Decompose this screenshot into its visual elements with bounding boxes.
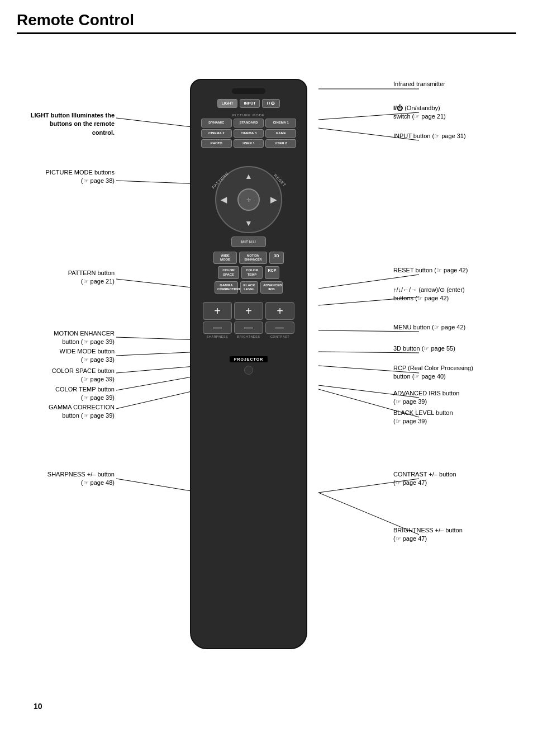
plus-minus-section: + + + — SHARPNESS — BR bbox=[191, 294, 306, 338]
picture-mode-grid-row1: DYNAMIC STANDARD CINEMA 1 bbox=[201, 119, 296, 127]
minus-row: — SHARPNESS — BRIGHTNESS — CONTRAST bbox=[196, 322, 302, 338]
nav-left-arrow[interactable]: ◀ bbox=[221, 195, 227, 204]
annotation-light: LIGHT button Illuminates the buttons on … bbox=[28, 111, 115, 137]
gamma-correction-button[interactable]: GAMMACORRECTION bbox=[215, 281, 238, 294]
input-button[interactable]: INPUT bbox=[240, 99, 260, 108]
projector-section: PROJECTOR bbox=[191, 339, 306, 383]
cinema1-button[interactable]: CINEMA 1 bbox=[265, 119, 296, 127]
nav-section: PATTERN RESET ▲ ▼ ◀ ▶ ✛ bbox=[191, 166, 306, 233]
annotation-menu: MENU button (☞ page 42) bbox=[393, 323, 505, 332]
page-title: Remote Control bbox=[17, 11, 516, 34]
annotation-pattern: PATTERN button(☞ page 21) bbox=[28, 269, 115, 286]
annotation-rcp: RCP (Real Color Processing)button (☞ pag… bbox=[393, 364, 505, 381]
mid-buttons-section: WIDEMODE MOTIONENHANCER 3D COLORSPACE CO… bbox=[191, 247, 306, 294]
power-button[interactable]: I / ⏻ bbox=[262, 99, 280, 108]
remote-control-body: LIGHT INPUT I / ⏻ PICTURE MODE DYNAMIC S… bbox=[190, 79, 307, 649]
contrast-minus-col: — CONTRAST bbox=[265, 322, 294, 338]
mid-row-1: WIDEMODE MOTIONENHANCER 3D bbox=[196, 252, 302, 264]
svg-line-0 bbox=[116, 118, 201, 128]
nav-enter-button[interactable]: ✛ bbox=[237, 188, 260, 211]
svg-line-4 bbox=[116, 352, 201, 356]
user2-button[interactable]: USER 2 bbox=[265, 139, 296, 148]
picture-mode-grid-row3: PHOTO USER 1 USER 2 bbox=[201, 139, 296, 148]
annotation-input: INPUT button (☞ page 31) bbox=[393, 132, 505, 140]
annotation-3d: 3D button (☞ page 55) bbox=[393, 344, 505, 353]
sharpness-plus-button[interactable]: + bbox=[203, 302, 232, 320]
nav-down-arrow[interactable]: ▼ bbox=[245, 219, 253, 228]
3d-button[interactable]: 3D bbox=[269, 252, 284, 264]
rcp-button[interactable]: RCP bbox=[265, 266, 279, 278]
wide-mode-button[interactable]: WIDEMODE bbox=[213, 252, 237, 264]
pattern-label: PATTERN bbox=[211, 171, 229, 189]
contrast-plus-button[interactable]: + bbox=[265, 302, 294, 320]
contrast-minus-button[interactable]: — bbox=[265, 322, 294, 334]
contrast-col: + bbox=[265, 302, 294, 320]
mid-row-3: GAMMACORRECTION BLACKLEVEL ADVANCEDIRIS bbox=[196, 281, 302, 294]
sharpness-label: SHARPNESS bbox=[207, 335, 228, 338]
annotation-arrow: ↑/↓/←/→ (arrow)/⊙ (enter)buttons (☞ page… bbox=[393, 286, 505, 303]
page-number: 10 bbox=[34, 702, 42, 711]
sharpness-minus-col: — SHARPNESS bbox=[203, 322, 232, 338]
annotation-picture-mode: PICTURE MODE buttons(☞ page 38) bbox=[28, 168, 115, 186]
remote-top-section: LIGHT INPUT I / ⏻ PICTURE MODE DYNAMIC S… bbox=[191, 80, 306, 152]
annotation-gamma: GAMMA CORRECTIONbutton (☞ page 39) bbox=[28, 403, 115, 420]
nav-circle[interactable]: PATTERN RESET ▲ ▼ ◀ ▶ ✛ bbox=[215, 166, 282, 233]
color-space-button[interactable]: COLORSPACE bbox=[218, 266, 239, 278]
plus-row: + + + bbox=[196, 302, 302, 320]
svg-line-7 bbox=[116, 389, 201, 409]
annotation-black-level: BLACK LEVEL button(☞ page 39) bbox=[393, 409, 505, 426]
annotation-power: I/⏻ (On/standby)switch (☞ page 21) bbox=[393, 104, 505, 121]
svg-line-3 bbox=[116, 337, 201, 340]
brightness-minus-col: — BRIGHTNESS bbox=[234, 322, 263, 338]
sharpness-col: + bbox=[203, 302, 232, 320]
svg-line-6 bbox=[116, 375, 201, 390]
projector-badge: PROJECTOR bbox=[230, 356, 268, 362]
picture-mode-section: PICTURE MODE DYNAMIC STANDARD CINEMA 1 C… bbox=[197, 114, 301, 148]
mid-row-2: COLORSPACE COLORTEMP RCP bbox=[196, 266, 302, 278]
cinema3-button[interactable]: CINEMA 3 bbox=[234, 129, 264, 138]
nav-up-arrow[interactable]: ▲ bbox=[245, 172, 253, 181]
annotation-advanced-iris: ADVANCED IRIS button(☞ page 39) bbox=[393, 389, 505, 407]
annotation-wide-mode: WIDE MODE button(☞ page 33) bbox=[28, 347, 115, 365]
annotation-reset: RESET button (☞ page 42) bbox=[393, 266, 505, 275]
menu-button[interactable]: MENU bbox=[231, 237, 266, 247]
svg-line-5 bbox=[116, 366, 201, 373]
brightness-label: BRIGHTNESS bbox=[237, 335, 260, 338]
nav-right-arrow[interactable]: ▶ bbox=[270, 195, 277, 204]
reset-label: RESET bbox=[273, 173, 287, 187]
annotation-motion-enhancer: MOTION ENHANCERbutton (☞ page 39) bbox=[28, 329, 115, 347]
photo-button[interactable]: PHOTO bbox=[201, 139, 232, 148]
color-temp-button[interactable]: COLORTEMP bbox=[241, 266, 263, 278]
user1-button[interactable]: USER 1 bbox=[234, 139, 264, 148]
picture-mode-grid-row2: CINEMA 2 CINEMA 3 GAME bbox=[201, 129, 296, 138]
svg-line-1 bbox=[116, 181, 201, 184]
annotation-contrast: CONTRAST +/– button(☞ page 47) bbox=[393, 470, 505, 488]
top-buttons-row: LIGHT INPUT I / ⏻ bbox=[217, 99, 280, 108]
standard-button[interactable]: STANDARD bbox=[234, 119, 264, 127]
annotation-color-temp: COLOR TEMP button(☞ page 39) bbox=[28, 385, 115, 403]
dynamic-button[interactable]: DYNAMIC bbox=[201, 119, 232, 127]
annotation-sharpness: SHARPNESS +/– button(☞ page 48) bbox=[28, 470, 115, 488]
brightness-col: + bbox=[234, 302, 263, 320]
picture-mode-label: PICTURE MODE bbox=[201, 114, 296, 117]
diagram-area: LIGHT button Illuminates the buttons on … bbox=[17, 45, 516, 716]
black-level-button[interactable]: BLACKLEVEL bbox=[240, 281, 258, 294]
annotation-ir-transmitter: Infrared transmitter bbox=[393, 80, 505, 88]
cinema2-button[interactable]: CINEMA 2 bbox=[201, 129, 232, 138]
sharpness-minus-button[interactable]: — bbox=[203, 322, 232, 334]
brightness-plus-button[interactable]: + bbox=[234, 302, 263, 320]
motion-enhancer-button[interactable]: MOTIONENHANCER bbox=[239, 252, 267, 264]
annotation-color-space: COLOR SPACE button(☞ page 39) bbox=[28, 367, 115, 384]
ir-bottom-sensor bbox=[244, 366, 253, 375]
svg-line-2 bbox=[116, 279, 201, 289]
ir-transmitter bbox=[232, 88, 265, 94]
game-button[interactable]: GAME bbox=[265, 129, 296, 138]
svg-line-8 bbox=[116, 479, 201, 493]
annotation-brightness: BRIGHTNESS +/– button(☞ page 47) bbox=[393, 526, 505, 544]
page-container: Remote Control bbox=[0, 0, 533, 756]
advanced-iris-button[interactable]: ADVANCEDIRIS bbox=[260, 281, 283, 294]
brightness-minus-button[interactable]: — bbox=[234, 322, 263, 334]
light-button[interactable]: LIGHT bbox=[217, 99, 237, 108]
menu-section: MENU bbox=[191, 237, 306, 247]
contrast-label: CONTRAST bbox=[270, 335, 289, 338]
